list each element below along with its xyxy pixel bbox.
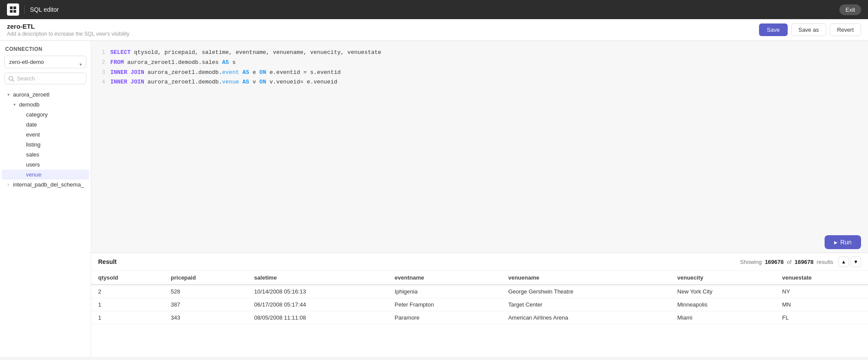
code-line: 1SELECT qtysold, pricepaid, saletime, ev… xyxy=(91,48,868,58)
sidebar-item-internal_padb_del_schema[interactable]: ›internal_padb_del_schema_ xyxy=(2,180,89,190)
results-title: Result xyxy=(98,258,117,265)
page-down-button[interactable]: ▼ xyxy=(851,257,861,267)
chevron-icon: › xyxy=(5,182,11,187)
tree-item-label: sales xyxy=(26,151,39,158)
sql-editor[interactable]: 1SELECT qtysold, pricepaid, saletime, ev… xyxy=(91,41,868,232)
results-section: Result Showing 169678 of 169678 results … xyxy=(91,253,868,357)
table-cell: Miami xyxy=(670,311,775,324)
table-column-header: venuestate xyxy=(775,271,868,285)
table-column-header: qtysold xyxy=(91,271,164,285)
results-label: results xyxy=(817,259,833,265)
sidebar-item-aurora_zeroetl[interactable]: ▾aurora_zeroetl xyxy=(2,90,89,100)
tree-item-label: listing xyxy=(26,141,40,148)
table-cell: 1 xyxy=(91,311,164,324)
save-button[interactable]: Save xyxy=(759,23,788,36)
table-row: 138706/17/2008 05:17:44Peter FramptonTar… xyxy=(91,298,868,311)
search-icon xyxy=(8,76,14,82)
line-content: INNER JOIN aurora_zeroetl.demodb.venue A… xyxy=(110,78,337,87)
svg-line-5 xyxy=(13,80,14,81)
table-column-header: eventname xyxy=(388,271,502,285)
table-cell: Paramore xyxy=(388,311,502,324)
results-total: 169678 xyxy=(795,259,813,265)
run-container: ▶ Run xyxy=(91,232,868,253)
sidebar-item-event[interactable]: event xyxy=(2,130,89,140)
database-tree: ▾aurora_zeroetl▾demodbcategorydateeventl… xyxy=(0,88,91,357)
connection-select[interactable]: zero-etl-demo xyxy=(4,56,86,68)
table-cell: 10/14/2008 05:16:13 xyxy=(247,285,388,298)
top-nav: SQL editor Exit xyxy=(0,0,868,19)
table-cell: 1 xyxy=(91,298,164,311)
chevron-icon: ▾ xyxy=(11,102,17,107)
table-cell: FL xyxy=(775,311,868,324)
sidebar-item-demodb[interactable]: ▾demodb xyxy=(2,100,89,110)
tree-item-label: event xyxy=(26,131,40,138)
page-up-button[interactable]: ▲ xyxy=(838,257,849,267)
header-actions: Save Save as Revert xyxy=(759,23,861,36)
tree-item-label: category xyxy=(26,111,48,118)
editor-area: 1SELECT qtysold, pricepaid, saletime, ev… xyxy=(91,41,868,357)
code-line: 3INNER JOIN aurora_zeroetl.demodb.event … xyxy=(91,68,868,78)
search-input[interactable] xyxy=(17,75,83,82)
table-column-header: saletime xyxy=(247,271,388,285)
tree-item-label: aurora_zeroetl xyxy=(13,91,50,98)
table-cell: George Gershwin Theatre xyxy=(501,285,670,298)
table-cell: 06/17/2008 05:17:44 xyxy=(247,298,388,311)
table-cell: Iphigenia xyxy=(388,285,502,298)
revert-button[interactable]: Revert xyxy=(830,23,861,36)
exit-button[interactable]: Exit xyxy=(839,4,861,15)
run-label: Run xyxy=(840,239,851,246)
line-number: 1 xyxy=(98,49,105,57)
table-row: 134308/05/2008 11:11:08ParamoreAmerican … xyxy=(91,311,868,324)
results-table-wrap: qtysoldpricepaidsaletimeeventnamevenuena… xyxy=(91,271,868,357)
table-cell: American Airlines Arena xyxy=(501,311,670,324)
sidebar-item-date[interactable]: date xyxy=(2,120,89,130)
sidebar-item-sales[interactable]: sales xyxy=(2,150,89,160)
tree-item-label: internal_padb_del_schema_ xyxy=(13,181,84,188)
query-description: Add a description to increase the SQL vi… xyxy=(7,31,759,37)
code-line: 4INNER JOIN aurora_zeroetl.demodb.venue … xyxy=(91,77,868,87)
sidebar-item-category[interactable]: category xyxy=(2,110,89,120)
sidebar-item-listing[interactable]: listing xyxy=(2,140,89,150)
app-title: SQL editor xyxy=(30,6,59,13)
table-row: 252810/14/2008 05:16:13IphigeniaGeorge G… xyxy=(91,285,868,298)
nav-divider xyxy=(24,5,25,14)
tree-item-label: date xyxy=(26,121,37,128)
connection-label: Connection xyxy=(0,41,91,56)
sidebar-item-venue[interactable]: venue xyxy=(2,170,89,180)
app-logo xyxy=(7,3,19,16)
line-content: INNER JOIN aurora_zeroetl.demodb.event A… xyxy=(110,68,341,77)
table-cell: NY xyxy=(775,285,868,298)
query-title: zero-ETL xyxy=(7,23,759,30)
search-inner xyxy=(4,73,86,84)
table-cell: 343 xyxy=(164,311,247,324)
showing-label: Showing xyxy=(740,259,762,265)
save-as-button[interactable]: Save as xyxy=(791,23,826,36)
play-icon: ▶ xyxy=(834,240,838,245)
table-cell: 387 xyxy=(164,298,247,311)
sidebar-item-users[interactable]: users xyxy=(2,160,89,170)
results-header: Result Showing 169678 of 169678 results … xyxy=(91,253,868,271)
results-count: Showing 169678 of 169678 results xyxy=(740,259,833,265)
results-number: 169678 xyxy=(765,259,783,265)
table-cell: 2 xyxy=(91,285,164,298)
svg-rect-3 xyxy=(13,10,16,13)
run-button[interactable]: ▶ Run xyxy=(825,235,861,249)
chevron-icon: ▾ xyxy=(5,92,11,97)
table-cell: New York City xyxy=(670,285,775,298)
table-column-header: pricepaid xyxy=(164,271,247,285)
line-number: 3 xyxy=(98,69,105,77)
query-info: zero-ETL Add a description to increase t… xyxy=(7,23,759,37)
svg-rect-1 xyxy=(13,7,16,9)
svg-rect-2 xyxy=(10,10,13,13)
table-cell: MN xyxy=(775,298,868,311)
results-table: qtysoldpricepaidsaletimeeventnamevenuena… xyxy=(91,271,868,324)
sub-header: zero-ETL Add a description to increase t… xyxy=(0,19,868,41)
sidebar: Connection zero-etl-demo ▾ ▾aurora_zeroe… xyxy=(0,41,91,357)
tree-item-label: users xyxy=(26,161,40,168)
svg-rect-0 xyxy=(10,7,13,9)
line-content: SELECT qtysold, pricepaid, saletime, eve… xyxy=(110,48,381,57)
table-cell: Minneapolis xyxy=(670,298,775,311)
line-number: 4 xyxy=(98,78,105,87)
line-content: FROM aurora_zeroetl.demodb.sales AS s xyxy=(110,58,236,67)
table-cell: 528 xyxy=(164,285,247,298)
